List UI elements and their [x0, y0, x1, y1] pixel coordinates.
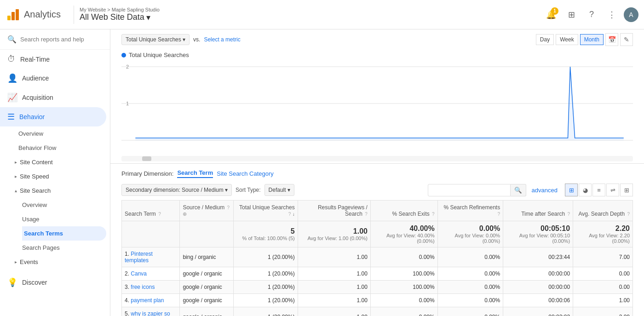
table-search-input[interactable] [428, 184, 511, 196]
table-row: 3. free icons google / organic 1 (20.00%… [122, 281, 633, 294]
search-input-label: Search reports and help [20, 36, 84, 43]
chart-legend: Total Unique Searches [121, 50, 633, 62]
apps-button[interactable]: ⊞ [563, 6, 580, 23]
th-results-pageviews-help[interactable]: ? [365, 212, 368, 217]
day-button[interactable]: Day [536, 34, 554, 45]
summary-avg-depth: 2.20 Avg for View: 2.20 (0.00%) [573, 221, 633, 247]
advanced-link[interactable]: advanced [532, 187, 558, 194]
row3-time-after: 00:00:00 [503, 281, 573, 294]
dim-search-term[interactable]: Search Term [177, 169, 213, 178]
row4-search-term-link[interactable]: payment plan [131, 297, 164, 304]
table-search-button[interactable]: 🔍 [511, 184, 526, 196]
avatar-letter: A [629, 11, 633, 18]
row4-results-pageviews: 1.00 [298, 294, 370, 307]
sidebar-item-audience[interactable]: 👤 Audience [0, 69, 110, 88]
sort-type-button[interactable]: Default ▾ [264, 184, 294, 196]
header-divider [74, 6, 74, 24]
sidebar-sub-ss-overview[interactable]: Overview [22, 198, 110, 212]
row4-avg-depth: 1.00 [573, 294, 633, 307]
row2-search-term-link[interactable]: Canva [131, 270, 147, 277]
notification-button[interactable]: 🔔 1 [543, 6, 559, 23]
sidebar-item-behavior[interactable]: ☰ Behavior [0, 107, 106, 126]
row5-results-pageviews: 1.00 [298, 307, 370, 316]
sidebar-sub-search-terms[interactable]: Search Terms [22, 226, 106, 241]
sidebar-item-acquisition[interactable]: 📈 Acquisition [0, 88, 110, 107]
summary-search-term [122, 221, 180, 247]
th-source-medium-icon[interactable]: ⊕ [183, 211, 187, 217]
th-pct-refinements-help[interactable]: ? [498, 212, 500, 217]
sort-type-label: Sort Type: [236, 187, 260, 193]
th-pct-exits-label: % Search Exits [392, 211, 429, 217]
sidebar-item-realtime[interactable]: ⏱ Real-Time [0, 50, 110, 69]
view-icon-list[interactable]: ≡ [592, 184, 605, 196]
logo-area: Analytics [6, 7, 61, 22]
month-button[interactable]: Month [580, 34, 604, 45]
summary-refinements-sub: Avg for View: 0.00% (0.00%) [441, 233, 500, 244]
summary-pct-exits: 40.00% Avg for View: 40.00% (0.00%) [370, 221, 437, 247]
view-icon-grid[interactable]: ⊞ [565, 184, 578, 196]
row2-pct-exits: 100.00% [370, 267, 437, 281]
events-arrow: ▸ [15, 259, 17, 264]
more-button[interactable]: ⋮ [604, 6, 620, 23]
table-search: 🔍 [428, 184, 526, 196]
row1-search-term-link[interactable]: Pinterest templates [125, 251, 153, 264]
avatar[interactable]: A [624, 7, 638, 22]
help-button[interactable]: ? [583, 6, 600, 23]
account-selector[interactable]: All Web Site Data ▾ [80, 12, 160, 23]
sidebar-section-site-speed[interactable]: ▸ Site Speed [0, 169, 110, 184]
row3-source-medium: google / organic [180, 281, 233, 294]
dim-site-search-category[interactable]: Site Search Category [217, 170, 274, 177]
sidebar-section-site-content[interactable]: ▸ Site Content [0, 155, 110, 169]
th-total-unique-help[interactable]: ? [288, 212, 291, 217]
account-name: All Web Site Data [80, 12, 144, 22]
summary-results-sub: Avg for View: 1.00 (0.00%) [301, 236, 368, 241]
chart-date-controls: Day Week Month 📅 ✎ [536, 33, 633, 46]
th-total-unique[interactable]: Total Unique Searches ? ↓ [233, 201, 298, 221]
account-arrow-icon: ▾ [146, 12, 150, 23]
sort-arrow-icon: ↓ [293, 212, 295, 217]
sort-type-value: Default ▾ [269, 187, 290, 193]
row5-search-term-link[interactable]: why is zapier so cool [125, 310, 170, 316]
th-source-medium-help[interactable]: ? [227, 205, 230, 210]
view-icon-compare[interactable]: ⇌ [606, 184, 619, 196]
sidebar-sub-overview[interactable]: Overview [18, 126, 110, 141]
sidebar-sub-usage[interactable]: Usage [22, 212, 110, 226]
summary-results-pageviews: 1.00 Avg for View: 1.00 (0.00%) [298, 221, 370, 247]
row1-time-after: 00:23:44 [503, 247, 573, 267]
sidebar-sub-search-pages[interactable]: Search Pages [22, 241, 110, 255]
sidebar-sub-behavior-flow[interactable]: Behavior Flow [18, 141, 110, 155]
row2-search-term: 2. Canva [122, 267, 180, 281]
sidebar-section-events[interactable]: ▸ Events [0, 255, 110, 269]
annotate-icon[interactable]: ✎ [620, 33, 633, 46]
chart-metric-button[interactable]: Total Unique Searches ▾ [121, 34, 190, 45]
sidebar-search[interactable]: 🔍 Search reports and help [0, 29, 110, 50]
behavior-icon: ☰ [7, 112, 15, 122]
row1-num: 1. [125, 251, 129, 257]
sidebar-section-site-search[interactable]: ▴ Site Search [0, 184, 110, 198]
select-metric-link[interactable]: Select a metric [204, 36, 240, 43]
th-pct-exits-help[interactable]: ? [432, 212, 435, 217]
th-search-term-help[interactable]: ? [158, 212, 161, 217]
table-row: 5. why is zapier so cool google / organi… [122, 307, 633, 316]
row1-pct-refinements: 0.00% [437, 247, 503, 267]
table-row: 2. Canva google / organic 1 (20.00%) 1.0… [122, 267, 633, 281]
site-speed-label: Site Speed [20, 173, 49, 180]
sidebar-item-discover[interactable]: 💡 Discover [0, 273, 110, 292]
row3-search-term-link[interactable]: free icons [131, 284, 155, 290]
calendar-icon[interactable]: 📅 [605, 33, 618, 46]
sidebar-item-label-acquisition: Acquisition [22, 94, 53, 101]
view-icon-pivot[interactable]: ⊞ [620, 184, 633, 196]
chart-scroll-area[interactable] [121, 156, 633, 161]
row2-avg-depth: 0.00 [573, 267, 633, 281]
th-avg-depth-help[interactable]: ? [627, 212, 630, 217]
chart-scroll-thumb[interactable] [142, 156, 151, 161]
th-time-after-help[interactable]: ? [568, 212, 570, 217]
view-icon-chart[interactable]: ◕ [579, 184, 592, 196]
week-button[interactable]: Week [556, 34, 578, 45]
usage-label: Usage [22, 216, 40, 223]
row3-avg-depth: 0.00 [573, 281, 633, 294]
svg-rect-1 [12, 12, 15, 20]
secondary-dim-button[interactable]: Secondary dimension: Source / Medium ▾ [121, 184, 232, 196]
chart-svg: 2 1 [121, 62, 633, 145]
header: Analytics My Website > Maple Sapling Stu… [0, 0, 644, 29]
